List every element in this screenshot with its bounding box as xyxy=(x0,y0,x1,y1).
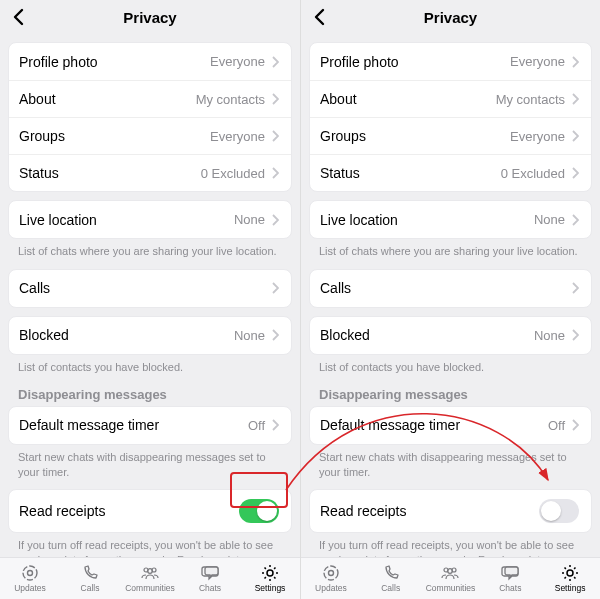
tab-communities[interactable]: Communities xyxy=(120,564,180,593)
live-location-group: Live location None xyxy=(309,200,592,239)
blocked-group: Blocked None xyxy=(8,316,292,355)
chat-icon xyxy=(201,564,220,582)
label: Read receipts xyxy=(19,503,239,519)
value: 0 Excluded xyxy=(201,166,265,181)
label: Blocked xyxy=(19,327,234,343)
value: None xyxy=(234,212,265,227)
gear-icon xyxy=(561,564,579,582)
live-location-group: Live location None xyxy=(8,200,292,239)
row-status[interactable]: Status 0 Excluded xyxy=(9,154,291,191)
tab-communities[interactable]: Communities xyxy=(421,564,481,593)
row-calls[interactable]: Calls xyxy=(310,270,591,307)
section-disappearing: Disappearing messages xyxy=(8,377,292,404)
chevron-right-icon xyxy=(569,282,581,294)
chevron-right-icon xyxy=(569,130,581,142)
tab-label: Updates xyxy=(14,583,46,593)
row-groups[interactable]: Groups Everyone xyxy=(310,117,591,154)
blocked-group: Blocked None xyxy=(309,316,592,355)
row-blocked[interactable]: Blocked None xyxy=(310,317,591,354)
svg-point-0 xyxy=(23,566,37,580)
svg-point-1 xyxy=(28,571,33,576)
value: None xyxy=(234,328,265,343)
label: Profile photo xyxy=(19,54,210,70)
row-groups[interactable]: Groups Everyone xyxy=(9,117,291,154)
calls-group: Calls xyxy=(309,269,592,308)
chevron-right-icon xyxy=(269,167,281,179)
disappearing-group: Default message timer Off xyxy=(8,406,292,445)
tab-label: Settings xyxy=(255,583,286,593)
chevron-right-icon xyxy=(569,214,581,226)
tab-calls[interactable]: Calls xyxy=(361,564,421,593)
chevron-right-icon xyxy=(269,214,281,226)
row-read-receipts: Read receipts xyxy=(9,490,291,532)
row-profile-photo[interactable]: Profile photo Everyone xyxy=(9,43,291,80)
svg-point-6 xyxy=(324,566,338,580)
svg-point-11 xyxy=(567,570,573,576)
tab-chats[interactable]: Chats xyxy=(180,564,240,593)
status-icon xyxy=(21,564,39,582)
chevron-right-icon xyxy=(569,93,581,105)
status-icon xyxy=(322,564,340,582)
hint-timer: Start new chats with disappearing messag… xyxy=(8,445,292,482)
row-blocked[interactable]: Blocked None xyxy=(9,317,291,354)
value: Everyone xyxy=(210,54,265,69)
visibility-group: Profile photo Everyone About My contacts… xyxy=(309,42,592,192)
communities-icon xyxy=(440,564,460,582)
pane-left: Privacy Profile photo Everyone About My … xyxy=(0,0,300,599)
label: Groups xyxy=(19,128,210,144)
row-status[interactable]: Status 0 Excluded xyxy=(310,154,591,191)
chevron-right-icon xyxy=(569,167,581,179)
chevron-right-icon xyxy=(569,329,581,341)
communities-icon xyxy=(140,564,160,582)
tab-label: Calls xyxy=(81,583,100,593)
tab-chats[interactable]: Chats xyxy=(480,564,540,593)
row-default-timer[interactable]: Default message timer Off xyxy=(9,407,291,444)
back-button[interactable] xyxy=(8,6,30,28)
label: Status xyxy=(19,165,201,181)
tab-label: Chats xyxy=(199,583,221,593)
tab-settings[interactable]: Settings xyxy=(540,564,600,593)
tab-label: Communities xyxy=(125,583,175,593)
tab-updates[interactable]: Updates xyxy=(0,564,60,593)
svg-point-7 xyxy=(328,571,333,576)
chevron-right-icon xyxy=(569,419,581,431)
back-button[interactable] xyxy=(309,6,331,28)
row-live-location[interactable]: Live location None xyxy=(9,201,291,238)
tab-bar: Updates Calls Communities Chats Settings xyxy=(301,557,600,599)
row-read-receipts: Read receipts xyxy=(310,490,591,532)
row-profile-photo[interactable]: Profile photo Everyone xyxy=(310,43,591,80)
tab-settings[interactable]: Settings xyxy=(240,564,300,593)
row-live-location[interactable]: Live location None xyxy=(310,201,591,238)
phone-icon xyxy=(81,564,99,582)
read-receipts-group: Read receipts xyxy=(309,489,592,533)
chevron-right-icon xyxy=(269,93,281,105)
row-about[interactable]: About My contacts xyxy=(310,80,591,117)
disappearing-group: Default message timer Off xyxy=(309,406,592,445)
chevron-right-icon xyxy=(269,56,281,68)
hint-blocked: List of contacts you have blocked. xyxy=(8,355,292,377)
header: Privacy xyxy=(301,0,600,34)
row-calls[interactable]: Calls xyxy=(9,270,291,307)
read-receipts-toggle[interactable] xyxy=(539,499,579,523)
visibility-group: Profile photo Everyone About My contacts… xyxy=(8,42,292,192)
svg-point-5 xyxy=(267,570,273,576)
tab-calls[interactable]: Calls xyxy=(60,564,120,593)
calls-group: Calls xyxy=(8,269,292,308)
label: Default message timer xyxy=(19,417,248,433)
gear-icon xyxy=(261,564,279,582)
value: Everyone xyxy=(210,129,265,144)
row-about[interactable]: About My contacts xyxy=(9,80,291,117)
page-title: Privacy xyxy=(123,9,176,26)
label: Calls xyxy=(19,280,269,296)
tab-updates[interactable]: Updates xyxy=(301,564,361,593)
read-receipts-toggle[interactable] xyxy=(239,499,279,523)
phone-icon xyxy=(382,564,400,582)
row-default-timer[interactable]: Default message timer Off xyxy=(310,407,591,444)
chevron-right-icon xyxy=(569,56,581,68)
tab-bar: Updates Calls Communities Chats Settings xyxy=(0,557,300,599)
chat-icon xyxy=(501,564,520,582)
header: Privacy xyxy=(0,0,300,34)
chevron-right-icon xyxy=(269,282,281,294)
chevron-right-icon xyxy=(269,130,281,142)
value: Off xyxy=(248,418,265,433)
